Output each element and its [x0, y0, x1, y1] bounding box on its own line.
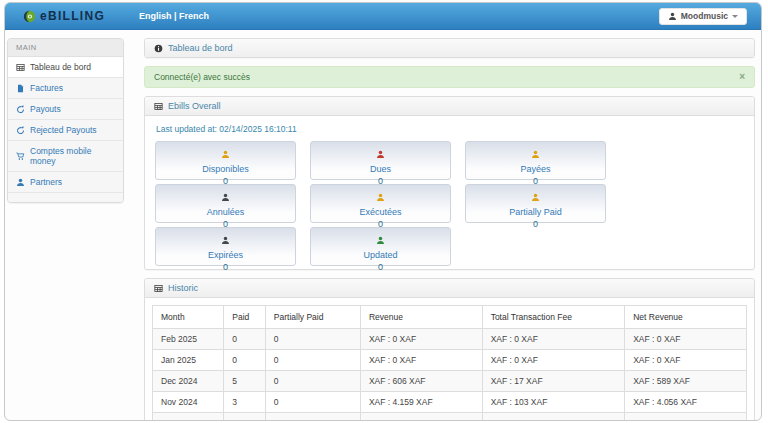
user-icon: [531, 193, 540, 202]
sidebar-item-label: Payouts: [30, 104, 61, 114]
table-cell: 6: [224, 413, 266, 422]
brand-text: eBILLING: [40, 9, 105, 23]
info-icon: [154, 44, 163, 53]
table-cell: Dec 2024: [153, 371, 224, 392]
table-cell: XAF : 4.056 XAF: [625, 392, 747, 413]
user-menu-label: Moodmusic: [681, 11, 728, 21]
table-cell: XAF : 0 XAF: [482, 350, 625, 371]
main-content: Tableau de bord Connecté(e) avec succès …: [144, 38, 755, 421]
historic-header-row: MonthPaidPartially PaidRevenueTotal Tran…: [153, 306, 747, 329]
undo-icon: [16, 126, 25, 135]
sidebar-item-partners[interactable]: Partners: [8, 172, 123, 193]
close-icon[interactable]: ×: [739, 72, 745, 82]
table-icon: [154, 102, 163, 111]
stat-card-annul-es: Annulées 0: [155, 184, 296, 223]
table-cell: Feb 2025: [153, 329, 224, 350]
sidebar: MAIN Tableau de bord Factures Payouts Re…: [7, 38, 124, 421]
stat-card-value: 0: [466, 219, 605, 230]
cart-icon: [16, 152, 25, 161]
sidebar-item-label: Partners: [30, 177, 62, 187]
page-heading-panel: Tableau de bord: [144, 38, 755, 58]
success-alert: Connecté(e) avec succès ×: [144, 66, 755, 88]
historic-panel: Historic MonthPaidPartially PaidRevenueT…: [144, 278, 755, 421]
table-cell: XAF : 589 XAF: [625, 371, 747, 392]
page-title: Tableau de bord: [168, 43, 233, 53]
user-icon: [376, 236, 385, 245]
brand-logo[interactable]: eBILLING: [23, 9, 105, 23]
locale-links[interactable]: English | French: [139, 11, 209, 21]
table-cell: 0: [265, 413, 360, 422]
stat-card-dues: Dues 0: [310, 141, 451, 180]
table-cell: XAF : 0 XAF: [625, 350, 747, 371]
stat-card-label: Annulées: [156, 206, 295, 219]
table-row: Jan 202500XAF : 0 XAFXAF : 0 XAFXAF : 0 …: [153, 350, 747, 371]
table-cell: 0: [265, 392, 360, 413]
column-header-revenue: Revenue: [360, 306, 482, 329]
user-icon: [531, 150, 540, 159]
table-icon: [16, 63, 25, 72]
sidebar-panel: MAIN Tableau de bord Factures Payouts Re…: [7, 38, 124, 203]
sidebar-item-tableau-de-bord[interactable]: Tableau de bord: [8, 57, 123, 78]
table-cell: 3: [224, 392, 266, 413]
historic-panel-heading: Historic: [145, 279, 754, 298]
table-row: Dec 202450XAF : 606 XAFXAF : 17 XAFXAF :…: [153, 371, 747, 392]
table-cell: XAF : 6.469 XAF: [625, 413, 747, 422]
stat-card-label: Updated: [311, 249, 450, 262]
table-cell: Oct 2024: [153, 413, 224, 422]
stat-card-disponibles: Disponibles 0: [155, 141, 296, 180]
stat-card-label: Exécutées: [311, 206, 450, 219]
table-cell: 5: [224, 371, 266, 392]
sidebar-item-comptes-mobile-money[interactable]: Comptes mobile money: [8, 141, 123, 172]
chevron-down-icon: [732, 15, 738, 21]
user-icon: [221, 236, 230, 245]
brand-logo-icon: [23, 10, 36, 23]
historic-panel-title: Historic: [168, 283, 198, 293]
stat-card-pay-es: Payées 0: [465, 141, 606, 180]
sidebar-item-rejected-payouts[interactable]: Rejected Payouts: [8, 120, 123, 141]
stat-card-value: 0: [156, 262, 295, 273]
sidebar-menu: Tableau de bord Factures Payouts Rejecte…: [8, 57, 123, 193]
user-icon: [221, 150, 230, 159]
table-cell: 0: [265, 371, 360, 392]
table-cell: XAF : 0 XAF: [625, 329, 747, 350]
stat-card-label: Partially Paid: [466, 206, 605, 219]
last-updated-text: Last updated at: 02/14/2025 16:10:11: [156, 124, 744, 134]
file-icon: [16, 84, 25, 93]
table-row: Nov 202430XAF : 4.159 XAFXAF : 103 XAFXA…: [153, 392, 747, 413]
sidebar-item-label: Factures: [30, 83, 63, 93]
user-icon: [16, 178, 25, 187]
user-menu-button[interactable]: Moodmusic: [659, 8, 747, 25]
top-navbar: eBILLING English | French Moodmusic: [5, 3, 761, 30]
table-cell: 0: [224, 350, 266, 371]
stat-card-label: Expirées: [156, 249, 295, 262]
table-cell: XAF : 4.159 XAF: [360, 392, 482, 413]
column-header-partially-paid: Partially Paid: [265, 306, 360, 329]
column-header-total-transaction-fee: Total Transaction Fee: [482, 306, 625, 329]
table-row: Oct 202460XAF : 6.635 XAFXAF : 166 XAFXA…: [153, 413, 747, 422]
table-cell: XAF : 0 XAF: [482, 329, 625, 350]
ebills-panel-body: Last updated at: 02/14/2025 16:10:11 Dis…: [145, 116, 754, 269]
user-icon: [221, 193, 230, 202]
ebills-cards: Disponibles 0 Dues 0 Payées 0 Annulées 0…: [155, 141, 625, 266]
sidebar-item-label: Tableau de bord: [30, 62, 91, 72]
historic-panel-body: MonthPaidPartially PaidRevenueTotal Tran…: [145, 298, 754, 421]
column-header-month: Month: [153, 306, 224, 329]
page-heading: Tableau de bord: [145, 39, 754, 57]
stat-card-ex-cut-es: Exécutées 0: [310, 184, 451, 223]
stat-card-value: 0: [311, 262, 450, 273]
stat-card-label: Dues: [311, 163, 450, 176]
historic-table: MonthPaidPartially PaidRevenueTotal Tran…: [152, 305, 747, 421]
sidebar-item-payouts[interactable]: Payouts: [8, 99, 123, 120]
table-row: Feb 202500XAF : 0 XAFXAF : 0 XAFXAF : 0 …: [153, 329, 747, 350]
body-area: MAIN Tableau de bord Factures Payouts Re…: [5, 30, 761, 421]
stat-card-updated: Updated 0: [310, 227, 451, 266]
sidebar-item-factures[interactable]: Factures: [8, 78, 123, 99]
user-icon: [376, 150, 385, 159]
table-cell: XAF : 0 XAF: [360, 329, 482, 350]
table-cell: XAF : 606 XAF: [360, 371, 482, 392]
table-cell: Nov 2024: [153, 392, 224, 413]
table-cell: XAF : 103 XAF: [482, 392, 625, 413]
table-cell: 0: [265, 329, 360, 350]
stat-card-label: Disponibles: [156, 163, 295, 176]
stat-card-expir-es: Expirées 0: [155, 227, 296, 266]
